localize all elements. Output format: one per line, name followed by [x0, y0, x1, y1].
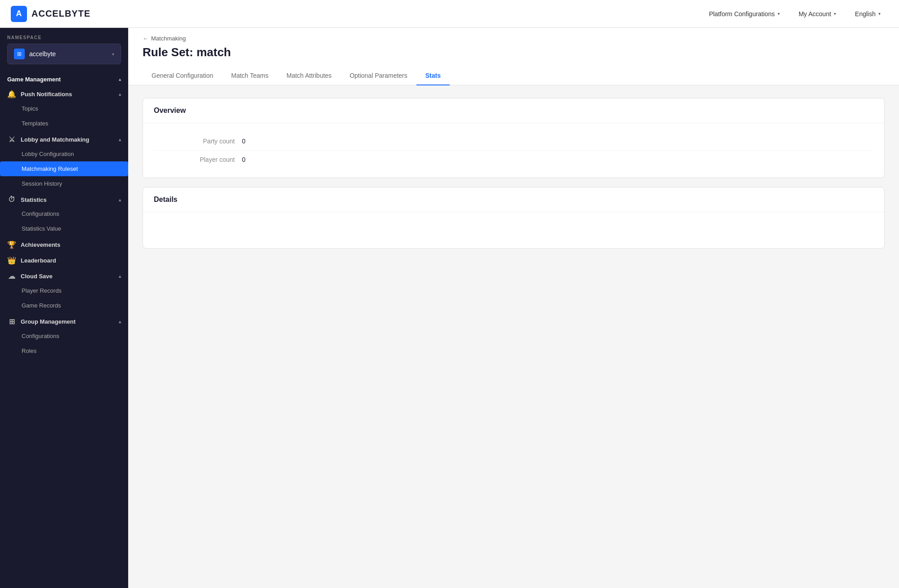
logo-icon: A — [11, 6, 27, 22]
logo-text: ACCELBYTE — [31, 9, 90, 19]
sidebar-item-group-configurations[interactable]: Configurations — [0, 329, 128, 343]
tabs: General Configuration Match Teams Match … — [143, 67, 885, 85]
sidebar-item-statistics-configurations[interactable]: Configurations — [0, 206, 128, 221]
sidebar-item-topics[interactable]: Topics — [0, 101, 128, 116]
trophy-icon: 🏆 — [7, 241, 16, 249]
details-card-title: Details — [143, 187, 884, 212]
sidebar-group-group-management[interactable]: ⊞ Group Management ▴ — [0, 313, 128, 329]
overview-card-title: Overview — [143, 98, 884, 123]
chevron-up-icon: ▴ — [119, 197, 121, 202]
tab-general-configuration[interactable]: General Configuration — [143, 67, 222, 85]
sidebar-group-cloud-save[interactable]: ☁ Cloud Save ▴ — [0, 267, 128, 283]
sidebar-item-game-records[interactable]: Game Records — [0, 298, 128, 313]
sidebar-item-group-roles[interactable]: Roles — [0, 343, 128, 358]
stat-row-party-count: Party count 0 — [154, 132, 873, 150]
namespace-section: NAMESPACE ⊞ accelbyte ▾ — [0, 28, 128, 70]
chevron-down-icon: ▾ — [778, 11, 780, 16]
main-content: ← Matchmaking Rule Set: match General Co… — [128, 28, 899, 588]
sidebar: NAMESPACE ⊞ accelbyte ▾ Game Management … — [0, 28, 128, 588]
party-count-value: 0 — [242, 138, 246, 145]
cloud-icon: ☁ — [7, 272, 16, 281]
sidebar-item-statistics-value[interactable]: Statistics Value — [0, 221, 128, 236]
sidebar-item-templates[interactable]: Templates — [0, 116, 128, 131]
sidebar-group-lobby-matchmaking[interactable]: ⚔ Lobby and Matchmaking ▴ — [0, 131, 128, 147]
breadcrumb-matchmaking-link[interactable]: Matchmaking — [151, 35, 186, 42]
platform-configurations-button[interactable]: Platform Configurations ▾ — [701, 6, 787, 22]
sidebar-group-leaderboard[interactable]: 👑 Leaderboard — [0, 252, 128, 267]
crown-icon: 👑 — [7, 256, 16, 265]
chevron-up-icon: ▴ — [119, 274, 121, 279]
namespace-label: NAMESPACE — [7, 35, 121, 40]
main-layout: NAMESPACE ⊞ accelbyte ▾ Game Management … — [0, 28, 899, 588]
details-card-body — [143, 212, 884, 248]
namespace-selector[interactable]: ⊞ accelbyte ▾ — [7, 44, 121, 64]
namespace-icon: ⊞ — [14, 49, 25, 59]
my-account-button[interactable]: My Account ▾ — [791, 6, 844, 22]
chevron-down-icon: ▾ — [834, 11, 836, 16]
sidebar-item-player-records[interactable]: Player Records — [0, 283, 128, 298]
chevron-up-icon: ▴ — [119, 77, 121, 82]
tab-optional-parameters[interactable]: Optional Parameters — [340, 67, 416, 85]
chevron-up-icon: ▴ — [119, 92, 121, 97]
clock-icon: ⏱ — [7, 196, 16, 204]
party-count-label: Party count — [154, 138, 235, 145]
back-arrow-icon: ← — [143, 35, 148, 42]
game-management-header[interactable]: Game Management ▴ — [0, 70, 128, 85]
topnav-actions: Platform Configurations ▾ My Account ▾ E… — [701, 6, 888, 22]
sidebar-item-lobby-configuration[interactable]: Lobby Configuration — [0, 147, 128, 161]
chevron-up-icon: ▴ — [119, 137, 121, 142]
overview-card-body: Party count 0 Player count 0 — [143, 123, 884, 178]
swords-icon: ⚔ — [7, 135, 16, 144]
stat-row-player-count: Player count 0 — [154, 150, 873, 169]
chevron-down-icon: ▾ — [878, 11, 881, 16]
player-count-label: Player count — [154, 156, 235, 163]
tab-match-attributes[interactable]: Match Attributes — [277, 67, 340, 85]
page-title: Rule Set: match — [143, 45, 885, 59]
sidebar-item-matchmaking-ruleset[interactable]: Matchmaking Ruleset — [0, 161, 128, 176]
bell-icon: 🔔 — [7, 90, 16, 98]
chevron-up-icon: ▴ — [119, 319, 121, 324]
player-count-value: 0 — [242, 156, 246, 163]
sidebar-group-achievements[interactable]: 🏆 Achievements — [0, 236, 128, 252]
sidebar-item-session-history[interactable]: Session History — [0, 176, 128, 191]
language-button[interactable]: English ▾ — [847, 6, 888, 22]
namespace-name: accelbyte — [29, 50, 107, 58]
tab-match-teams[interactable]: Match Teams — [222, 67, 277, 85]
logo: A ACCELBYTE — [11, 6, 701, 22]
content-header: ← Matchmaking Rule Set: match General Co… — [128, 28, 899, 85]
breadcrumb[interactable]: ← Matchmaking — [143, 35, 885, 42]
sidebar-group-push-notifications[interactable]: 🔔 Push Notifications ▴ — [0, 85, 128, 101]
grid-icon: ⊞ — [7, 317, 16, 326]
tab-stats[interactable]: Stats — [416, 67, 450, 85]
content-body: Overview Party count 0 Player count 0 De… — [128, 85, 899, 270]
chevron-down-icon: ▾ — [112, 52, 114, 57]
sidebar-group-statistics[interactable]: ⏱ Statistics ▴ — [0, 191, 128, 206]
details-card: Details — [143, 187, 885, 249]
overview-card: Overview Party count 0 Player count 0 — [143, 98, 885, 178]
top-navigation: A ACCELBYTE Platform Configurations ▾ My… — [0, 0, 899, 28]
